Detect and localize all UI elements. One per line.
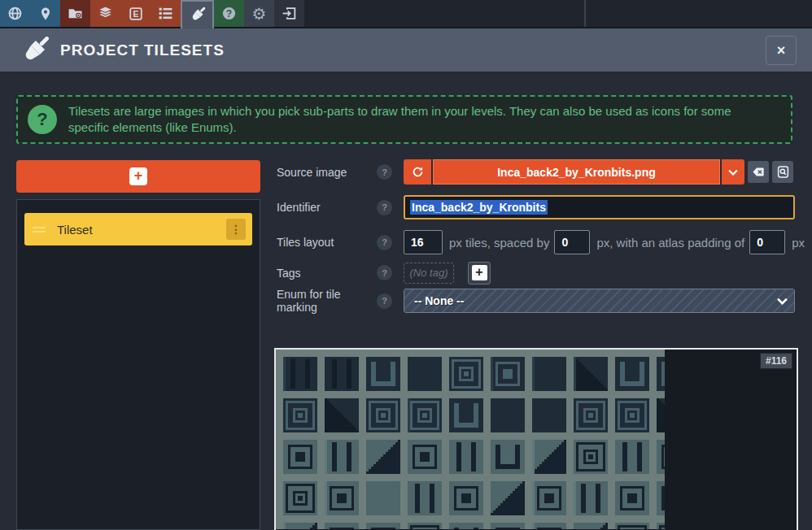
enums-button[interactable]: E <box>120 0 151 27</box>
clear-backspace-icon <box>752 165 766 179</box>
tags-row: Tags ? (No tag) + <box>277 261 491 285</box>
tile-count-badge: #116 <box>760 353 792 369</box>
tileset-item-label: Tileset <box>57 223 226 237</box>
identifier-label: Identifier <box>277 201 377 214</box>
tileset-preview-panel: #116 <box>274 348 798 530</box>
tiles-layout-text-2: px, with an atlas padding of <box>596 236 744 250</box>
help-button[interactable]: ? <box>214 0 244 27</box>
help-circle-icon[interactable]: ? <box>377 164 392 180</box>
enum-marking-value: -- None -- <box>414 294 464 307</box>
entity-list-button[interactable] <box>151 0 181 27</box>
tiles-layout-text-3: px <box>792 236 805 250</box>
source-image-label: Source image <box>277 166 377 179</box>
question-mark-icon: ? <box>28 105 57 134</box>
add-tag-button[interactable]: + <box>468 262 491 285</box>
paintbrush-icon <box>189 7 206 24</box>
reload-image-button[interactable] <box>404 159 431 185</box>
gear-icon: ⚙ <box>252 6 267 22</box>
svg-text:?: ? <box>226 8 232 20</box>
main-toolbar: E <box>0 0 812 28</box>
folder-gear-icon <box>68 6 83 21</box>
help-circle-icon[interactable]: ? <box>377 235 392 250</box>
enum-marking-label: Enum for tile marking <box>277 288 377 314</box>
tileset-image[interactable] <box>276 350 665 529</box>
plus-icon: + <box>129 167 147 185</box>
help-circle-icon[interactable]: ? <box>377 200 392 215</box>
enum-marking-select[interactable]: -- None -- <box>404 289 795 313</box>
close-button[interactable]: × <box>766 36 797 65</box>
tilesets-button[interactable] <box>181 0 214 28</box>
identifier-row: Identifier ? Inca_back2_by_Kronbits <box>277 195 795 219</box>
source-image-dropdown-button[interactable] <box>722 159 744 185</box>
drag-handle-icon[interactable] <box>33 227 46 232</box>
map-pin-icon <box>38 7 53 21</box>
tiles-layout-label: Tiles layout <box>277 236 377 249</box>
locate-file-button[interactable] <box>772 161 793 183</box>
toolbar-divider <box>584 0 586 27</box>
refresh-icon <box>411 165 425 179</box>
world-button[interactable] <box>0 0 30 27</box>
source-image-path-button[interactable]: Inca_back2_by_Kronbits.png <box>433 159 720 185</box>
tileset-list-panel: Tileset ⋮ <box>16 199 260 530</box>
list-icon <box>158 6 173 21</box>
tile-spacing-input[interactable] <box>554 230 590 254</box>
plus-icon: + <box>472 265 487 280</box>
tile-size-input[interactable] <box>404 230 443 254</box>
tiles-layout-row: Tiles layout ? px tiles, spaced by px, w… <box>277 230 805 254</box>
settings-button[interactable]: ⚙ <box>244 0 274 27</box>
layers-icon <box>98 6 113 21</box>
chevron-down-icon <box>777 298 788 305</box>
help-icon: ? <box>221 6 237 21</box>
add-tileset-button[interactable]: + <box>16 160 260 193</box>
page-title: PROJECT TILESETS <box>60 41 225 59</box>
project-settings-button[interactable] <box>60 0 90 27</box>
svg-text:E: E <box>133 9 138 19</box>
clear-image-button[interactable] <box>748 161 769 183</box>
help-circle-icon[interactable]: ? <box>377 265 392 280</box>
help-circle-icon[interactable]: ? <box>377 293 392 309</box>
identifier-selected-text: Inca_back2_by_Kronbits <box>410 200 548 215</box>
atlas-padding-input[interactable] <box>749 230 785 254</box>
exit-button[interactable] <box>274 0 304 27</box>
help-box: ? Tilesets are large images in which you… <box>16 95 792 144</box>
paintbrush-logo-icon <box>21 37 49 64</box>
levels-button[interactable] <box>30 0 60 27</box>
layers-button[interactable] <box>90 0 120 27</box>
tileset-list-item[interactable]: Tileset ⋮ <box>24 213 252 245</box>
no-tag-placeholder: (No tag) <box>404 263 454 284</box>
exit-icon <box>282 6 297 21</box>
tags-label: Tags <box>277 267 377 280</box>
world-icon <box>7 6 23 21</box>
identifier-input[interactable]: Inca_back2_by_Kronbits <box>404 195 795 219</box>
panel-header: PROJECT TILESETS × <box>0 28 812 72</box>
source-image-row: Source image ? Inca_back2_by_Kronbits.pn… <box>277 159 793 185</box>
enum-marking-row: Enum for tile marking ? -- None -- <box>277 289 795 313</box>
enum-icon: E <box>129 7 143 21</box>
help-text: Tilesets are large images in which you p… <box>68 103 791 137</box>
chevron-down-icon <box>728 169 738 176</box>
tiles-layout-text-1: px tiles, spaced by <box>449 236 549 250</box>
item-menu-button[interactable]: ⋮ <box>226 219 246 240</box>
search-file-icon <box>776 165 790 179</box>
